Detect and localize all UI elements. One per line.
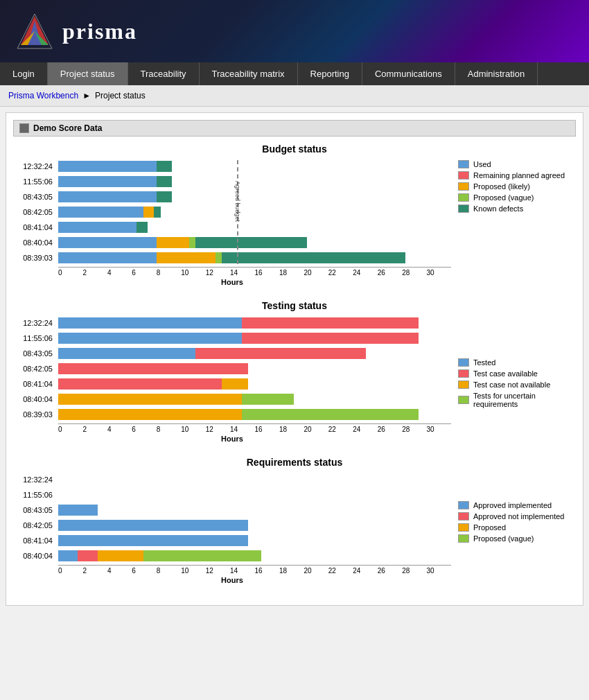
legend-remaining-label: Remaining planned agreed <box>473 171 565 180</box>
legend-tested: Tested <box>458 358 576 367</box>
testing-row-6: 08:40:04 <box>13 393 451 405</box>
budget-x-labels: 0 2 4 6 8 10 12 14 16 18 20 22 24 26 28 … <box>58 269 451 277</box>
x-label-10: 10 <box>181 269 205 277</box>
budget-row-6: 08:40:04 <box>13 236 451 249</box>
legend-proposed-vague-req-color <box>458 534 469 543</box>
x-label-2: 2 <box>82 269 107 277</box>
legend-proposed-vague-req-label: Proposed (vague) <box>473 534 534 543</box>
testing-chart-title: Testing status <box>13 300 576 311</box>
legend-tested-label: Tested <box>473 358 495 367</box>
testing-row-5: 08:41:04 <box>13 378 451 390</box>
req-bars-6 <box>58 550 451 561</box>
x-label-0: 0 <box>58 269 82 277</box>
logo-icon <box>14 10 55 52</box>
nav-reporting[interactable]: Reporting <box>298 62 362 85</box>
x-label-28: 28 <box>402 269 426 277</box>
legend-approved-impl: Approved implemented <box>458 501 576 509</box>
requirements-legend: Approved implemented Approved not implem… <box>451 473 576 545</box>
nav-traceability[interactable]: Traceability <box>128 62 200 85</box>
testing-legend: Tested Test case available Test case not… <box>451 317 576 411</box>
budget-legend: Used Remaining planned agreed Proposed (… <box>451 160 576 216</box>
budget-label-6: 08:40:04 <box>13 238 58 247</box>
testing-label-7: 08:39:03 <box>13 410 58 419</box>
req-label-3: 08:43:05 <box>13 506 58 514</box>
x-label-20: 20 <box>304 269 328 277</box>
legend-proposed-req: Proposed <box>458 523 576 532</box>
nav-bar: Login Project status Traceability Tracea… <box>0 62 589 85</box>
budget-row-5: 08:41:04 <box>13 221 451 234</box>
req-bars-2 <box>58 489 451 500</box>
req-label-6: 08:40:04 <box>13 552 58 560</box>
req-label-5: 08:41:04 <box>13 536 58 545</box>
budget-x-axis-title: Hours <box>13 278 451 286</box>
budget-label-4: 08:42:05 <box>13 208 58 216</box>
requirements-chart-title: Requirements status <box>13 457 576 468</box>
budget-label-7: 08:39:03 <box>13 254 58 262</box>
testing-bars-5 <box>58 378 451 390</box>
legend-test-available-color <box>458 369 469 378</box>
testing-bars-1 <box>58 317 451 329</box>
breadcrumb: Prisma Workbench ► Project status <box>0 85 589 107</box>
legend-tests-uncertain: Tests for uncertain requirements <box>458 392 576 408</box>
x-label-30: 30 <box>427 269 451 277</box>
x-label-18: 18 <box>279 269 304 277</box>
legend-tested-color <box>458 358 469 367</box>
section-title-text: Demo Score Data <box>33 123 102 133</box>
legend-known-defects: Known defects <box>458 204 576 213</box>
testing-row-7: 08:39:03 <box>13 408 451 421</box>
legend-used-color <box>458 160 469 168</box>
nav-administration[interactable]: Administration <box>455 62 538 85</box>
legend-known-defects-color <box>458 204 469 213</box>
legend-used-label: Used <box>473 160 491 168</box>
req-row-3: 08:43:05 <box>13 504 451 516</box>
testing-row-4: 08:42:05 <box>13 362 451 375</box>
nav-communications[interactable]: Communications <box>362 62 455 85</box>
req-bars-5 <box>58 535 451 546</box>
req-x-axis-title: Hours <box>13 576 451 584</box>
budget-label-2: 11:55:06 <box>13 177 58 186</box>
testing-label-1: 12:32:24 <box>13 319 58 327</box>
testing-row-3: 08:43:05 <box>13 347 451 360</box>
legend-proposed-likely: Proposed (likely) <box>458 182 576 191</box>
requirements-chart-main: 12:32:24 11:55:06 08:43:05 08:4 <box>13 473 451 584</box>
main-content: Demo Score Data Budget status 12:32:24 1… <box>6 112 583 606</box>
legend-proposed-vague: Proposed (vague) <box>458 193 576 202</box>
legend-approved-not-impl-label: Approved not implemented <box>473 512 564 520</box>
legend-approved-impl-color <box>458 501 469 509</box>
x-label-12: 12 <box>206 269 230 277</box>
budget-x-axis-line <box>58 267 451 268</box>
breadcrumb-current: Project status <box>95 91 146 100</box>
budget-chart-container: 12:32:24 11:55:06 08 <box>13 160 576 286</box>
testing-bars-7 <box>58 409 451 420</box>
breadcrumb-separator: ► <box>82 91 91 100</box>
legend-approved-impl-label: Approved implemented <box>473 501 552 509</box>
budget-bar-chart: 12:32:24 11:55:06 08 <box>13 160 451 264</box>
x-label-6: 6 <box>132 269 156 277</box>
breadcrumb-home[interactable]: Prisma Workbench <box>8 91 78 100</box>
nav-traceability-matrix[interactable]: Traceability matrix <box>200 62 298 85</box>
testing-row-1: 12:32:24 <box>13 317 451 329</box>
testing-x-axis-title: Hours <box>13 435 451 443</box>
legend-approved-not-impl: Approved not implemented <box>458 512 576 520</box>
legend-proposed-vague-req: Proposed (vague) <box>458 534 576 543</box>
budget-label-3: 08:43:05 <box>13 193 58 201</box>
x-label-22: 22 <box>328 269 353 277</box>
legend-approved-not-impl-color <box>458 512 469 520</box>
section-icon <box>19 123 29 133</box>
req-row-2: 11:55:06 <box>13 489 451 501</box>
agreed-budget-label: Agreed budget <box>234 181 241 222</box>
req-x-axis-line <box>58 565 451 566</box>
testing-bars-2 <box>58 333 451 344</box>
x-label-16: 16 <box>255 269 279 277</box>
req-bars-4 <box>58 520 451 531</box>
section-header: Demo Score Data <box>13 120 576 137</box>
nav-login[interactable]: Login <box>0 62 48 85</box>
budget-row-3: 08:43:05 <box>13 191 451 203</box>
nav-project-status[interactable]: Project status <box>48 62 128 85</box>
req-row-6: 08:40:04 <box>13 550 451 562</box>
testing-chart-container: 12:32:24 11:55:06 08 <box>13 317 576 443</box>
legend-test-available-label: Test case available <box>473 369 538 378</box>
testing-label-5: 08:41:04 <box>13 380 58 388</box>
testing-row-2: 11:55:06 <box>13 332 451 344</box>
legend-used: Used <box>458 160 576 168</box>
